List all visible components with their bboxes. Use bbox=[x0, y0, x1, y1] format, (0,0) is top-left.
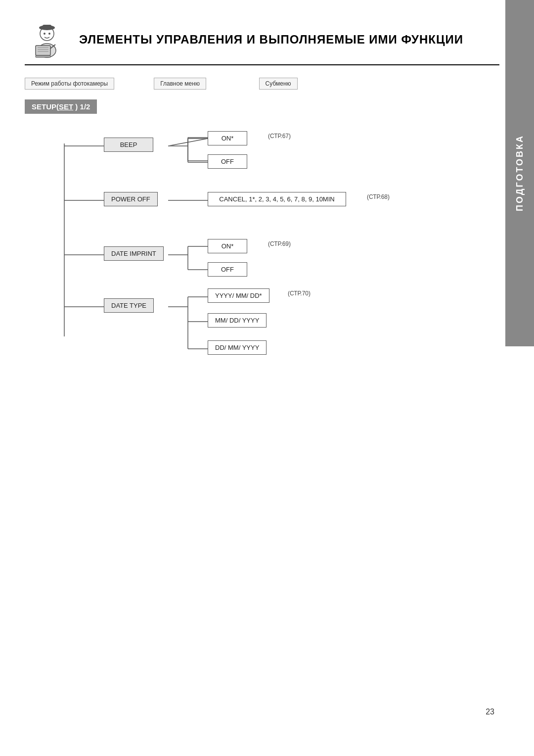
menu-date-type-ymd: YYYY/ MM/ DD* bbox=[208, 288, 269, 303]
header: ЭЛЕМЕНТЫ УПРАВЛЕНИЯ И ВЫПОЛНЯЕМЫЕ ИМИ ФУ… bbox=[25, 20, 481, 59]
menu-date-imprint-on: ON* bbox=[208, 239, 247, 253]
menu-date-imprint: DATE IMPRINT bbox=[104, 246, 164, 261]
svg-rect-3 bbox=[36, 55, 50, 57]
svg-point-10 bbox=[44, 33, 45, 35]
label-spacer bbox=[129, 80, 139, 87]
header-divider bbox=[25, 64, 499, 65]
sidebar: ПОДГОТОВКА bbox=[505, 0, 534, 346]
ref-power-off: (СТР.68) bbox=[367, 193, 390, 200]
menu-beep-off: OFF bbox=[208, 154, 247, 169]
label-spacer2 bbox=[221, 80, 244, 87]
labels-row: Режим работы фотокамеры Главное меню Суб… bbox=[25, 78, 481, 90]
menu-power-off: POWER OFF bbox=[104, 192, 158, 206]
setup-suffix: ) 1/2 bbox=[73, 102, 90, 111]
menu-beep: BEEP bbox=[104, 138, 153, 152]
ref-beep: (СТР.67) bbox=[268, 133, 291, 140]
menu-power-off-cancel: CANCEL, 1*, 2, 3, 4, 5, 6, 7, 8, 9, 10MI… bbox=[208, 192, 346, 206]
label-main-menu: Главное меню bbox=[154, 78, 206, 90]
header-icon bbox=[25, 20, 69, 59]
setup-prefix: SETUP( bbox=[32, 102, 59, 111]
setup-bar: SETUP(SET ) 1/2 bbox=[25, 99, 97, 114]
menu-beep-on: ON* bbox=[208, 131, 247, 145]
main-content: ЭЛЕМЕНТЫ УПРАВЛЕНИЯ И ВЫПОЛНЯЕМЫЕ ИМИ ФУ… bbox=[0, 0, 505, 756]
svg-line-17 bbox=[168, 139, 208, 146]
svg-point-11 bbox=[48, 33, 50, 35]
menu-date-type-dmy: DD/ MM/ YYYY bbox=[208, 340, 267, 355]
menu-date-type-mdy: MM/ DD/ YYYY bbox=[208, 313, 267, 328]
page-title: ЭЛЕМЕНТЫ УПРАВЛЕНИЯ И ВЫПОЛНЯЕМЫЕ ИМИ ФУ… bbox=[79, 33, 463, 47]
label-submenu: Субменю bbox=[259, 78, 298, 90]
ref-date-type: (СТР.70) bbox=[288, 290, 311, 297]
setup-underlined: SET bbox=[59, 102, 73, 111]
svg-rect-2 bbox=[36, 46, 50, 55]
diagram: BEEP ON* (СТР.67) OFF POWER OFF CANCEL, … bbox=[25, 129, 470, 376]
svg-rect-9 bbox=[43, 25, 51, 29]
label-camera-mode: Режим работы фотокамеры bbox=[25, 78, 114, 90]
sidebar-label: ПОДГОТОВКА bbox=[515, 135, 525, 211]
ref-date-imprint: (СТР.69) bbox=[268, 240, 291, 247]
menu-date-type: DATE TYPE bbox=[104, 298, 154, 313]
page-number: 23 bbox=[486, 708, 494, 716]
menu-date-imprint-off: OFF bbox=[208, 262, 247, 277]
